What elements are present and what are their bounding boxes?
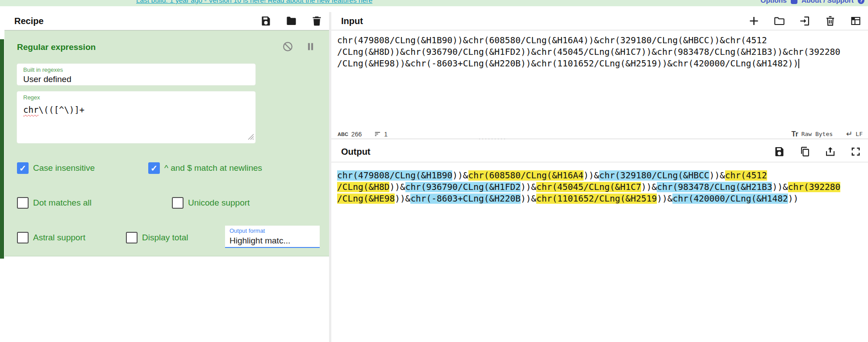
input-title: Input	[341, 16, 363, 26]
line-count-icon	[374, 131, 381, 137]
regex-match-highlight: chr(1101652/CLng(&H2519	[536, 194, 657, 204]
builtin-regexes-label: Built in regexes	[23, 66, 63, 73]
checkbox-unicode-support[interactable]: Unicode support	[172, 197, 250, 209]
regex-match-highlight: chr(608580/CLng(&H16A4	[468, 170, 584, 181]
checkbox-box[interactable]	[17, 232, 29, 243]
output-toolbar	[760, 145, 862, 157]
version-announcement-link[interactable]: Last build: 1 year ago - Version 10 is h…	[136, 0, 372, 4]
checkbox-label: Astral support	[33, 233, 85, 243]
input-encoding[interactable]: Tr Raw Bytes	[792, 130, 833, 138]
output-text-segment: ))&	[389, 182, 405, 192]
output-text-segment: ))&	[584, 170, 599, 181]
character-count-value: 266	[351, 131, 362, 138]
checkbox-label: Dot matches all	[33, 198, 92, 208]
output-text-segment: ))&	[641, 182, 657, 192]
builtin-regexes-select[interactable]: Built in regexes User defined	[17, 64, 255, 85]
textarea-resize-handle[interactable]	[248, 134, 254, 142]
input-line: /CLng(&HE98))&chr(-8603+CLng(&H220B))&ch…	[337, 58, 868, 70]
clear-io-trash-icon[interactable]	[824, 15, 836, 27]
checkbox-label: Display total	[142, 233, 188, 243]
regex-match-highlight: /CLng(&HE98	[337, 194, 395, 204]
input-textarea[interactable]: chr(479808/CLng(&H1B90))&chr(608580/CLng…	[331, 30, 868, 129]
output-line: /CLng(&H8D))&chr(936790/CLng(&H1FD2))&ch…	[337, 181, 868, 193]
checkbox-box[interactable]	[126, 232, 138, 243]
regex-match-highlight: chr(983478/CLng(&H21B3	[657, 182, 772, 192]
copy-output-icon[interactable]	[799, 145, 811, 157]
output-line: /CLng(&HE98))&chr(-8603+CLng(&H220B))&ch…	[337, 193, 868, 205]
builtin-regexes-value: User defined	[23, 74, 71, 84]
output-text-segment: ))&	[521, 194, 536, 204]
regex-match-highlight: chr(420000/CLng(&H1482	[672, 194, 788, 204]
help-icon[interactable]: ?	[858, 0, 864, 4]
open-folder-input-icon[interactable]	[773, 15, 785, 27]
output-header: Output	[331, 141, 868, 162]
regex-textarea[interactable]: Regex chr\(([^\)]+	[17, 91, 255, 143]
checkbox-box[interactable]	[17, 162, 29, 174]
encoding-icon: Tr	[792, 130, 798, 138]
output-text-segment: ))	[788, 194, 798, 204]
regex-match-highlight: chr(45045/CLng(&H1C7	[536, 182, 641, 192]
operations-scrollbar[interactable]	[0, 39, 4, 259]
output-format-select[interactable]: Output format Highlight matc...	[225, 226, 320, 248]
checkbox-box[interactable]	[148, 162, 160, 174]
operation-regular-expression: Regular expression Built in regexes User…	[4, 30, 329, 256]
output-text: chr(479808/CLng(&H1B90))&chr(608580/CLng…	[337, 170, 868, 205]
output-format-label: Output format	[230, 227, 265, 234]
clear-recipe-trash-icon[interactable]	[311, 15, 323, 27]
cyberchef-app: Last build: 1 year ago - Version 10 is h…	[0, 0, 868, 342]
output-text-segment: ))&	[657, 194, 672, 204]
checkbox-caret-dollar-newlines[interactable]: ^ and $ match at newlines	[148, 162, 262, 174]
checkbox-box[interactable]	[17, 197, 29, 209]
checkbox-case-insensitive[interactable]: Case insensitive	[17, 162, 95, 174]
line-count: 1	[374, 131, 388, 138]
output-text-segment: ))&	[772, 182, 788, 192]
open-file-input-icon[interactable]	[799, 15, 811, 27]
regex-match-highlight: chr(936790/CLng(&H1FD2	[405, 182, 521, 192]
replace-input-with-output-icon[interactable]	[824, 145, 836, 157]
recipe-title: Recipe	[14, 16, 44, 26]
text-cursor	[798, 59, 799, 68]
maximize-output-icon[interactable]	[850, 145, 862, 157]
eol-value: LF	[855, 131, 863, 137]
save-output-icon[interactable]	[773, 145, 785, 157]
checkbox-label: Case insensitive	[33, 163, 95, 173]
checkbox-box[interactable]	[172, 197, 184, 209]
output-text-segment: ))&	[521, 182, 536, 192]
input-line-text: /CLng(&HE98))&chr(-8603+CLng(&H220B))&ch…	[337, 58, 798, 69]
about-support-button[interactable]: About / Support	[801, 0, 854, 4]
disable-operation-icon[interactable]	[282, 41, 294, 53]
checkbox-dot-matches-all[interactable]: Dot matches all	[17, 197, 92, 209]
output-area: chr(479808/CLng(&H1B90))&chr(608580/CLng…	[331, 162, 868, 342]
checkbox-label: Unicode support	[188, 198, 250, 208]
add-input-tab-icon[interactable]	[748, 15, 760, 27]
eol-icon: ↵	[846, 129, 852, 139]
top-banner: Last build: 1 year ago - Version 10 is h…	[0, 0, 868, 6]
regex-label: Regex	[23, 94, 40, 101]
output-title: Output	[341, 146, 371, 157]
checkbox-label: ^ and $ match at newlines	[164, 163, 262, 173]
output-text-segment: ))&	[395, 194, 410, 204]
operation-controls	[271, 41, 317, 53]
input-header: Input	[331, 12, 868, 30]
encoding-value: Raw Bytes	[801, 131, 833, 137]
breakpoint-pause-icon[interactable]	[305, 41, 317, 53]
checkbox-astral-support[interactable]: Astral support	[17, 232, 85, 243]
input-line: /CLng(&H8D))&chr(936790/CLng(&H1FD2))&ch…	[337, 46, 868, 58]
regex-match-highlight: /CLng(&H8D	[337, 182, 389, 192]
output-format-value: Highlight matc...	[230, 236, 290, 246]
save-recipe-icon[interactable]	[260, 15, 272, 27]
options-gear-icon[interactable]	[791, 0, 797, 4]
regex-match-highlight: chr(-8603+CLng(&H220B	[410, 194, 521, 204]
options-button[interactable]: Options	[760, 0, 787, 4]
load-recipe-folder-icon[interactable]	[285, 15, 297, 27]
checkbox-display-total[interactable]: Display total	[126, 232, 188, 243]
reset-layout-grid-icon[interactable]	[850, 15, 862, 27]
recipe-header: Recipe	[4, 12, 329, 30]
regex-match-highlight: chr(329180/CLng(&HBCC	[599, 170, 709, 181]
regex-value-rest: \(([^\)]+	[38, 105, 84, 115]
input-toolbar	[734, 15, 862, 27]
regex-value: chr\(([^\)]+	[23, 105, 84, 115]
output-text-segment: ))&	[452, 170, 468, 181]
recipe-toolbar	[246, 15, 323, 27]
input-eol[interactable]: ↵ LF	[846, 129, 863, 139]
